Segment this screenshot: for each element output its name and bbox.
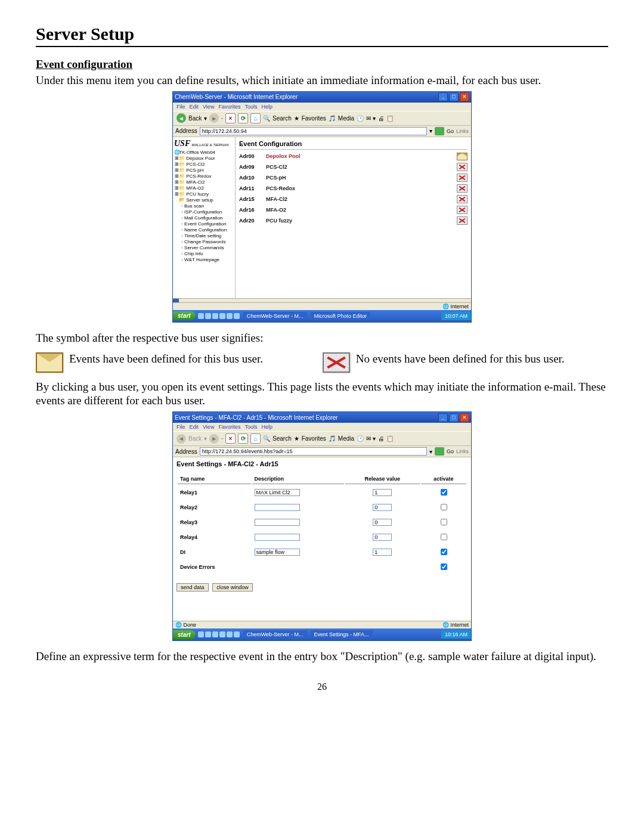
section-heading: Event configuration xyxy=(36,58,608,71)
click-text: By clicking a bus user, you open its eve… xyxy=(36,380,608,408)
mail-defined-icon xyxy=(457,153,467,160)
col-tag: Tag name xyxy=(178,474,251,484)
legend-none-text: No events have been defined for this bus… xyxy=(356,352,565,366)
mail-none-icon xyxy=(457,216,467,225)
maximize-icon[interactable]: □ xyxy=(449,92,459,101)
taskbar[interactable]: start ChemWeb-Server - M... Microsoft Ph… xyxy=(173,310,471,322)
taskbar[interactable]: start ChemWeb-Server - M... Event Settin… xyxy=(173,628,471,640)
window-title: Event Settings - MFA-Cl2 - Adr15 - Micro… xyxy=(175,414,338,421)
taskbar-clock: 10:16 AM xyxy=(441,630,471,639)
activate-checkbox[interactable] xyxy=(441,534,447,540)
ie-toolbar[interactable]: ◄ Back▾ ► · × ⟳ ⌂ 🔍Search ★Favorites 🎵Me… xyxy=(173,111,471,126)
release-input[interactable] xyxy=(373,489,392,496)
event-row[interactable]: Adr00 Depolox Pool xyxy=(239,151,467,162)
event-row[interactable]: Adr20 PCU fuzzy xyxy=(239,215,467,226)
start-button[interactable]: start xyxy=(173,311,196,320)
address-label: Address xyxy=(175,128,197,134)
mail-none-icon xyxy=(457,206,467,214)
stop-icon[interactable]: × xyxy=(225,433,236,444)
event-row[interactable]: Adr16 MFA-O2 xyxy=(239,205,467,215)
release-input[interactable] xyxy=(373,504,392,511)
event-row[interactable]: Adr15 MFA-Cl2 xyxy=(239,194,467,205)
event-row[interactable]: Adr11 PCS-Redox xyxy=(239,183,467,194)
intro-text: Under this menu item you can define resu… xyxy=(36,73,608,88)
screenshot-event-settings: Event Settings - MFA-Cl2 - Adr15 - Micro… xyxy=(172,411,472,641)
close-icon[interactable]: × xyxy=(460,92,469,101)
panel-title: Event Settings - MFA-Cl2 - Adr15 xyxy=(177,459,467,469)
activate-checkbox[interactable] xyxy=(441,549,447,555)
description-input[interactable] xyxy=(255,504,300,511)
taskbar-clock: 10:07 AM xyxy=(441,312,471,320)
legend-intro: The symbol after the respective bus user… xyxy=(36,331,608,345)
taskbar-item[interactable]: Microsoft Photo Editor xyxy=(311,312,371,320)
home-icon[interactable]: ⌂ xyxy=(250,433,261,444)
ie-menubar[interactable]: FileEditViewFavoritesToolsHelp xyxy=(173,423,471,431)
activate-checkbox[interactable] xyxy=(441,563,447,570)
taskbar-item[interactable]: Event Settings - MFA... xyxy=(311,630,373,639)
mail-defined-icon xyxy=(36,352,63,373)
activate-checkbox[interactable] xyxy=(441,504,447,510)
table-row: Relay3 xyxy=(178,515,466,529)
activate-checkbox[interactable] xyxy=(441,519,447,525)
start-button[interactable]: start xyxy=(173,630,196,639)
panel-title: Event Configuration xyxy=(239,138,467,150)
mail-none-icon xyxy=(457,163,467,171)
window-title: ChemWeb-Server - Microsoft Internet Expl… xyxy=(175,94,298,100)
go-button-icon[interactable] xyxy=(435,447,444,456)
refresh-icon[interactable]: ⟳ xyxy=(238,113,248,123)
table-row: DI xyxy=(178,545,466,559)
nav-tree[interactable]: USFWALLACE & TIERNAN 🌐TK-Office Web04⊞📁 … xyxy=(173,137,236,298)
event-row[interactable]: Adr09 PCS-Cl2 xyxy=(239,162,467,172)
go-button-icon[interactable] xyxy=(435,127,444,135)
ie-toolbar[interactable]: ◄ Back▾ ► · × ⟳ ⌂ 🔍Search ★Favorites 🎵Me… xyxy=(173,431,471,446)
address-bar[interactable]: Address http://172.24.50.94/eventi.hbs?a… xyxy=(173,446,471,457)
home-icon[interactable]: ⌂ xyxy=(250,113,261,123)
table-row: Relay4 xyxy=(178,530,466,544)
description-input[interactable] xyxy=(255,549,300,556)
description-input[interactable] xyxy=(255,489,300,496)
stop-icon[interactable]: × xyxy=(225,113,236,123)
event-row[interactable]: Adr10 PCS-pH xyxy=(239,172,467,183)
address-input[interactable]: http://172.24.50.94 xyxy=(200,127,427,135)
address-input[interactable]: http://172.24.50.94/eventi.hbs?adr=15 xyxy=(200,447,427,456)
col-release: Release value xyxy=(345,474,419,484)
page-title: Server Setup xyxy=(36,24,608,47)
close-icon[interactable]: × xyxy=(460,413,469,422)
forward-icon: ► xyxy=(209,434,219,444)
col-activate: activate xyxy=(421,474,466,484)
description-input[interactable] xyxy=(255,534,300,541)
minimize-icon[interactable]: _ xyxy=(438,413,448,422)
search-label[interactable]: Search xyxy=(273,115,292,122)
ie-menubar[interactable]: FileEditViewFavoritesToolsHelp xyxy=(173,103,471,111)
back-icon[interactable]: ◄ xyxy=(177,113,186,123)
window-titlebar: ChemWeb-Server - Microsoft Internet Expl… xyxy=(173,92,471,103)
refresh-icon[interactable]: ⟳ xyxy=(238,433,248,444)
taskbar-item[interactable]: ChemWeb-Server - M... xyxy=(243,630,307,639)
send-data-button[interactable]: send data xyxy=(177,583,209,592)
event-table: Tag name Description Release value activ… xyxy=(177,473,467,575)
release-input[interactable] xyxy=(373,519,392,526)
minimize-icon[interactable]: _ xyxy=(438,92,448,101)
usf-logo: USF xyxy=(174,139,190,148)
maximize-icon[interactable]: □ xyxy=(449,413,459,422)
close-window-button[interactable]: close window xyxy=(212,583,253,592)
description-input[interactable] xyxy=(255,519,300,526)
main-panel: Event Settings - MFA-Cl2 - Adr15 Tag nam… xyxy=(173,457,471,621)
mail-none-icon xyxy=(457,174,467,182)
status-bar: 🌐 Done 🌐 Internet xyxy=(173,621,471,628)
main-panel: Event Configuration Adr00 Depolox Pool A… xyxy=(236,137,471,298)
release-input[interactable] xyxy=(373,534,392,541)
table-row: Device Errors xyxy=(178,560,466,574)
favorites-label[interactable]: Favorites xyxy=(302,115,326,122)
taskbar-item[interactable]: ChemWeb-Server - M... xyxy=(243,312,307,320)
col-desc: Description xyxy=(252,474,345,484)
window-titlebar: Event Settings - MFA-Cl2 - Adr15 - Micro… xyxy=(173,412,471,423)
address-bar[interactable]: Address http://172.24.50.94 ▾ Go Links xyxy=(173,126,471,137)
release-input[interactable] xyxy=(373,549,392,556)
links-label[interactable]: Links xyxy=(456,128,469,134)
go-label[interactable]: Go xyxy=(447,128,454,134)
media-label[interactable]: Media xyxy=(338,115,354,122)
activate-checkbox[interactable] xyxy=(441,489,447,496)
back-label[interactable]: Back xyxy=(188,115,202,122)
mail-none-icon xyxy=(457,184,467,193)
